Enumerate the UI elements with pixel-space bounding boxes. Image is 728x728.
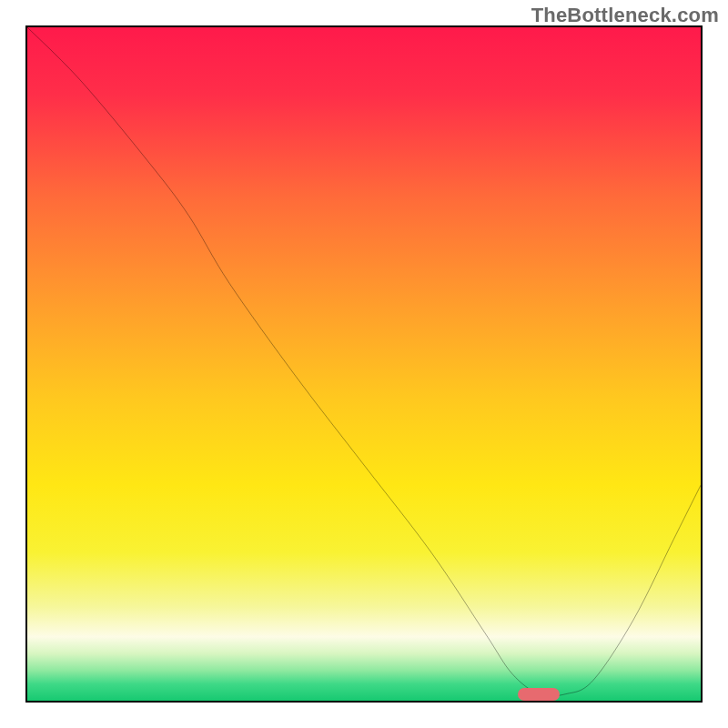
bottleneck-curve [27, 27, 701, 701]
watermark-text: TheBottleneck.com [531, 4, 719, 27]
chart-plot-area [25, 25, 703, 703]
optimal-marker [518, 688, 560, 701]
